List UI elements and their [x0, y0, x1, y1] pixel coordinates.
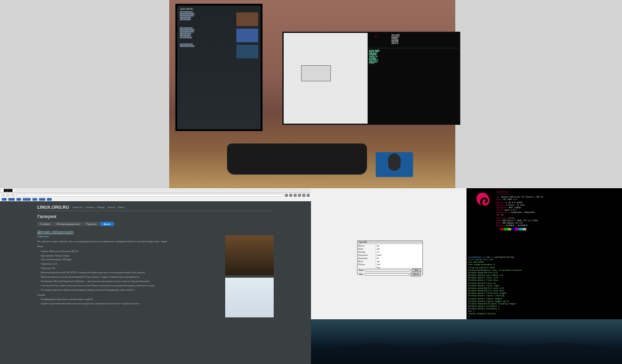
- file[interactable]: opt: [377, 260, 422, 263]
- extension-icon[interactable]: [298, 194, 301, 197]
- places-sidebar: Recent Home Desktop Documents Downloads …: [358, 244, 376, 268]
- article-thumbnails: [225, 235, 274, 320]
- bookmark[interactable]: ████: [39, 198, 45, 201]
- place[interactable]: Desktop: [358, 251, 375, 253]
- bookmark[interactable]: ███: [2, 198, 6, 201]
- file[interactable]: lib: [377, 257, 422, 260]
- bookmark[interactable]: █████: [23, 198, 30, 201]
- list-item: Клавиатура: Microsoft Ergonomic Keyboard…: [40, 280, 221, 283]
- article-title[interactable]: Дачная лаборатория: [37, 230, 274, 234]
- tab[interactable]: Правила: [83, 222, 100, 226]
- open-file-dialog: Open File Recent Home Desktop Documents …: [357, 240, 423, 275]
- vertical-monitor: LINUX.ORG.RU ████ ████████ ██ ██████ ███…: [175, 4, 262, 131]
- page-tabs: Галерея Неподтвержденные Правила Архив: [37, 222, 274, 226]
- neofetch-output: user@debian ─────────── OS: Debian GNU/L…: [496, 191, 543, 230]
- tab-active[interactable]: Архив: [100, 222, 113, 226]
- site-logo[interactable]: LINUX.ORG.RU: [37, 205, 69, 209]
- list-item: Скрипты для автоматической установки окр…: [40, 303, 221, 306]
- footer-list: Конфигурация i3 доступна в репозитории н…: [37, 298, 221, 306]
- debian-logo-icon: [473, 190, 493, 210]
- file[interactable]: etc: [377, 251, 422, 253]
- desk-photo: LINUX.ORG.RU ████ ████████ ██ ██████ ███…: [169, 0, 455, 188]
- nf-line: Memory: 2458MiB / 16018MiB: [496, 224, 543, 227]
- extension-icon[interactable]: [302, 194, 305, 197]
- list-item: Терминал: urxvt: [40, 263, 221, 266]
- list-item: Дистрибутив: Debian testing: [40, 255, 221, 258]
- subheading: Скриншоты: [37, 235, 221, 239]
- list-item: Системный блок собран самостоятельно на …: [40, 284, 221, 288]
- file[interactable]: root: [377, 263, 422, 266]
- browser-tab[interactable]: █████: [1, 189, 15, 192]
- color-blocks: [496, 228, 543, 230]
- extension-icon[interactable]: [285, 194, 288, 197]
- browser-window: █████ ███ ████ ███ █████ ███ ████ ███ LI…: [0, 188, 311, 364]
- bookmark[interactable]: ████: [8, 198, 14, 201]
- file[interactable]: home: [377, 254, 422, 257]
- setup-label: Setup: [37, 245, 221, 248]
- nav-link[interactable]: Галерея: [85, 206, 94, 209]
- filter-label: Filter:: [359, 273, 364, 276]
- extension-icon[interactable]: [289, 194, 292, 197]
- url-bar[interactable]: [16, 194, 284, 197]
- nav-link[interactable]: Поиск: [118, 206, 124, 209]
- keyboard: [227, 143, 367, 175]
- right-desktop-area: Open File Recent Home Desktop Documents …: [311, 188, 622, 364]
- place[interactable]: Music: [358, 260, 375, 263]
- mouse: [388, 153, 401, 171]
- monitor-content: LINUX.ORG.RU ████ ████████ ██ ██████ ███…: [180, 8, 258, 47]
- site-nav: Новости Галерея Форум Трекер Поиск: [73, 206, 124, 209]
- thumbnail[interactable]: [225, 235, 274, 275]
- page-content: LINUX.ORG.RU Новости Галерея Форум Треке…: [0, 201, 311, 364]
- thumbnail[interactable]: [225, 278, 274, 317]
- file-list: bin dev etc home lib opt root tmp: [376, 244, 422, 268]
- nav-link[interactable]: Новости: [73, 206, 82, 209]
- list-item: Монитор горизонтальный: ультраширокий LG…: [40, 276, 221, 279]
- section-title: Галерея: [37, 214, 274, 219]
- tab[interactable]: Галерея: [37, 222, 53, 226]
- place[interactable]: Documents: [358, 254, 375, 257]
- bookmark[interactable]: ███: [47, 198, 52, 201]
- list-item: На втором скриншоте файловый менеджер и …: [40, 289, 221, 292]
- article-body: Скриншоты На скриншоте виден рабочий сто…: [37, 235, 221, 320]
- browser-tabs: █████: [0, 188, 311, 193]
- name-input[interactable]: [366, 269, 411, 271]
- ultrawide-monitor: ◉ ████ ████████ ████ ████████████ ██████…: [282, 32, 460, 125]
- place[interactable]: Downloads: [358, 257, 375, 260]
- menu-icon[interactable]: [307, 194, 310, 197]
- list-item: Оконный менеджер: i3/i3-gaps: [40, 258, 221, 262]
- filter-input[interactable]: [365, 273, 409, 276]
- cancel-button[interactable]: Cancel: [411, 273, 421, 276]
- setup-list: Debian GNU/Linux 10 (buster) x86_64 Дист…: [37, 250, 221, 292]
- list-item: Монитор вертикальный: Dell U2415 в портр…: [40, 271, 221, 275]
- nav-link[interactable]: Форум: [97, 206, 104, 209]
- forward-button[interactable]: [6, 194, 10, 197]
- back-button[interactable]: [1, 194, 5, 197]
- place[interactable]: Pictures: [358, 263, 375, 266]
- intro: На скриншоте виден рабочий стол, на кото…: [37, 240, 221, 243]
- desktop-wallpaper: [311, 319, 622, 364]
- extension-icon[interactable]: [294, 194, 297, 197]
- tab[interactable]: Неподтвержденные: [53, 222, 83, 226]
- file[interactable]: dev: [377, 248, 422, 250]
- code-line: }: [468, 316, 620, 318]
- place[interactable]: Home: [358, 248, 375, 250]
- bookmark[interactable]: ███: [16, 198, 21, 201]
- file[interactable]: bin: [377, 245, 422, 247]
- place[interactable]: Recent: [358, 245, 375, 247]
- bookmark[interactable]: ███: [32, 198, 37, 201]
- footer-label: Ссылки: [37, 294, 221, 297]
- code-terminal[interactable]: user@debian:~$ cat ~/.config/i3/config #…: [466, 254, 622, 321]
- file-manager-window: Open File Recent Home Desktop Documents …: [311, 188, 466, 319]
- name-label: Name:: [359, 269, 364, 271]
- neofetch-terminal[interactable]: user@debian ─────────── OS: Debian GNU/L…: [466, 188, 622, 254]
- list-item: Редактор: Vim: [40, 267, 221, 270]
- nav-link[interactable]: Трекер: [107, 206, 115, 209]
- list-item: Debian GNU/Linux 10 (buster) x86_64: [40, 250, 221, 253]
- reload-button[interactable]: [11, 194, 15, 197]
- browser-toolbar: [0, 193, 311, 198]
- list-item: Конфигурация i3 доступна в репозитории н…: [40, 298, 221, 301]
- open-button[interactable]: Open: [412, 268, 421, 272]
